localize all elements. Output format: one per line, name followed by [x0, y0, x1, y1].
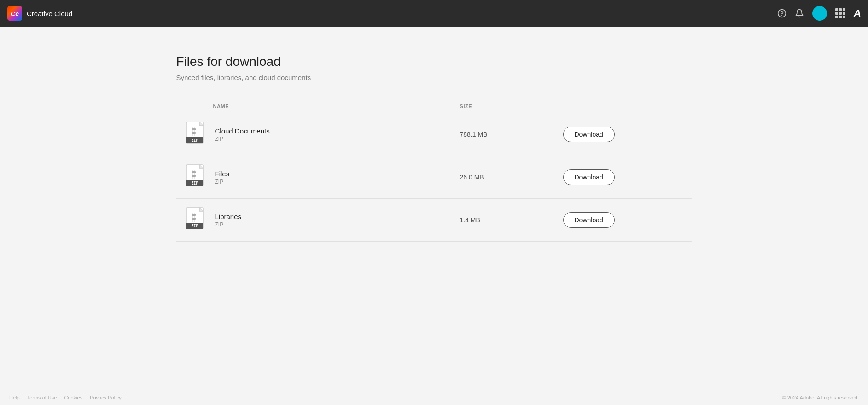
file-table: NAME SIZE ZIP Cloud — [176, 100, 692, 242]
svg-rect-17 — [192, 175, 196, 177]
file-type-label: ZIP — [215, 136, 270, 142]
footer-link-terms-of-use[interactable]: Terms of Use — [27, 395, 57, 400]
footer-copyright: © 2024 Adobe. All rights reserved. — [782, 395, 859, 400]
download-button-libraries[interactable]: Download — [563, 212, 615, 228]
file-type-label: ZIP — [215, 179, 230, 185]
zip-file-icon: ZIP — [186, 207, 208, 233]
svg-rect-9 — [192, 128, 196, 130]
file-info: ZIP FilesZIP — [176, 164, 454, 190]
grid-dot — [835, 16, 838, 18]
grid-dot — [835, 12, 838, 15]
file-name-cell: ZIP Cloud DocumentsZIP — [176, 113, 460, 156]
page-title: Files for download — [176, 54, 692, 69]
table-row: ZIP Cloud DocumentsZIP788.1 MBDownload — [176, 113, 692, 156]
apps-grid-icon[interactable] — [835, 8, 845, 18]
grid-dot — [839, 16, 842, 18]
zip-file-icon: ZIP — [186, 122, 208, 147]
grid-dot — [839, 8, 842, 11]
navbar-title: Creative Cloud — [27, 10, 72, 17]
user-avatar[interactable] — [812, 6, 827, 21]
table-header-row: NAME SIZE — [176, 100, 692, 113]
file-name-cell: ZIP FilesZIP — [176, 156, 460, 199]
footer-links: HelpTerms of UseCookiesPrivacy Policy — [9, 395, 122, 400]
svg-rect-24 — [192, 218, 196, 220]
file-name-label: Libraries — [215, 213, 242, 220]
grid-dot — [843, 12, 845, 15]
file-size-cell: 1.4 MB — [460, 199, 563, 242]
table-row: ZIP LibrariesZIP1.4 MBDownload — [176, 199, 692, 242]
download-button-files[interactable]: Download — [563, 169, 615, 185]
svg-text:Cc: Cc — [11, 10, 19, 17]
file-action-cell: Download — [563, 199, 692, 242]
file-size-cell: 788.1 MB — [460, 113, 563, 156]
file-details: Cloud DocumentsZIP — [215, 127, 270, 142]
navbar-left: Cc Creative Cloud — [7, 6, 72, 21]
file-info: ZIP LibrariesZIP — [176, 207, 454, 233]
svg-rect-16 — [192, 171, 196, 173]
file-details: FilesZIP — [215, 170, 230, 185]
svg-text:ZIP: ZIP — [191, 181, 198, 185]
notifications-icon[interactable] — [795, 9, 804, 18]
file-name-label: Cloud Documents — [215, 127, 270, 135]
download-button-cloud-documents[interactable]: Download — [563, 127, 615, 142]
footer-link-privacy-policy[interactable]: Privacy Policy — [90, 395, 121, 400]
grid-dot — [843, 16, 845, 18]
adobe-logo-icon: A — [854, 7, 861, 19]
file-table-body: ZIP Cloud DocumentsZIP788.1 MBDownload Z… — [176, 113, 692, 242]
help-icon[interactable] — [777, 9, 786, 18]
file-size-label: 788.1 MB — [460, 131, 488, 138]
file-size-label: 1.4 MB — [460, 216, 480, 224]
grid-dot — [843, 8, 845, 11]
file-details: LibrariesZIP — [215, 213, 242, 228]
zip-file-icon: ZIP — [186, 164, 208, 190]
column-header-size: SIZE — [460, 100, 563, 113]
page-subtitle: Synced files, libraries, and cloud docum… — [176, 74, 692, 81]
page-footer: HelpTerms of UseCookiesPrivacy Policy © … — [0, 390, 868, 405]
svg-text:ZIP: ZIP — [191, 224, 198, 228]
main-content: Files for download Synced files, librari… — [158, 27, 711, 260]
file-type-label: ZIP — [215, 221, 242, 228]
file-size-cell: 26.0 MB — [460, 156, 563, 199]
svg-rect-23 — [192, 214, 196, 216]
column-header-name: NAME — [176, 100, 460, 113]
footer-link-help[interactable]: Help — [9, 395, 20, 400]
file-action-cell: Download — [563, 113, 692, 156]
column-header-action — [563, 100, 692, 113]
navbar-right: A — [777, 6, 861, 21]
svg-text:ZIP: ZIP — [191, 139, 198, 143]
grid-dot — [839, 12, 842, 15]
table-row: ZIP FilesZIP26.0 MBDownload — [176, 156, 692, 199]
file-name-cell: ZIP LibrariesZIP — [176, 199, 460, 242]
file-info: ZIP Cloud DocumentsZIP — [176, 122, 454, 147]
navbar: Cc Creative Cloud — [0, 0, 868, 27]
file-size-label: 26.0 MB — [460, 174, 484, 181]
svg-rect-10 — [192, 132, 196, 134]
creative-cloud-logo-icon: Cc — [7, 6, 22, 21]
grid-dot — [835, 8, 838, 11]
footer-link-cookies[interactable]: Cookies — [64, 395, 82, 400]
file-name-label: Files — [215, 170, 230, 178]
file-action-cell: Download — [563, 156, 692, 199]
